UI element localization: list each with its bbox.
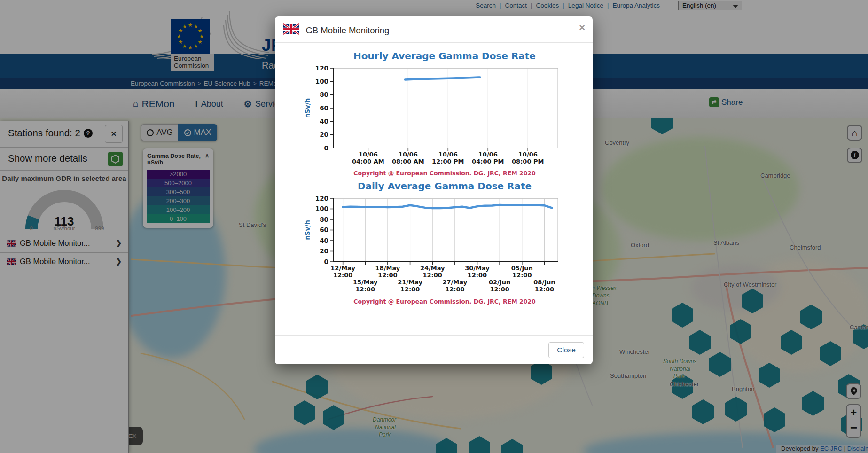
chart-block: Hourly Average Gamma Dose Rate10/0604:00… [275,50,593,177]
uk-flag-icon [283,23,299,35]
svg-text:20: 20 [320,247,328,255]
svg-text:08:00 PM: 08:00 PM [512,158,544,165]
svg-text:12:00: 12:00 [512,272,532,279]
chart-plot: 10/0604:00 AM10/0608:00 AM10/0612:00 PM1… [302,63,565,170]
chart-block: Daily Average Gamma Dose Rate12/May12:00… [275,180,593,305]
svg-text:12:00: 12:00 [445,286,464,293]
svg-text:0: 0 [324,258,328,266]
svg-text:100: 100 [315,205,328,212]
svg-text:12:00: 12:00 [400,286,420,293]
svg-text:nSv/h: nSv/h [304,98,311,118]
svg-text:04:00 PM: 04:00 PM [472,158,504,165]
svg-text:24/May: 24/May [420,265,445,272]
svg-text:80: 80 [320,91,328,98]
svg-text:05/Jun: 05/Jun [511,265,533,272]
svg-text:21/May: 21/May [398,279,422,286]
svg-text:10/06: 10/06 [359,151,378,158]
svg-text:30/May: 30/May [465,265,490,272]
svg-text:80: 80 [320,216,328,223]
svg-text:40: 40 [320,237,328,244]
svg-text:18/May: 18/May [375,265,400,272]
svg-text:08/Jun: 08/Jun [533,279,555,286]
svg-text:12:00: 12:00 [490,286,509,293]
svg-text:08:00 AM: 08:00 AM [392,158,424,165]
svg-text:10/06: 10/06 [518,151,538,158]
modal-body: Hourly Average Gamma Dose Rate10/0604:00… [275,43,593,305]
chart-copyright: Copyright @ European Commission. DG. JRC… [275,170,593,177]
svg-text:10/06: 10/06 [399,151,418,158]
svg-text:12:00 PM: 12:00 PM [432,158,464,165]
svg-text:12:00: 12:00 [356,286,375,293]
chart-copyright: Copyright @ European Commission. DG. JRC… [275,298,593,305]
modal-header: GB Mobile Monitoring × [275,16,593,43]
close-button[interactable]: Close [548,342,584,358]
svg-text:60: 60 [320,226,328,234]
svg-text:10/06: 10/06 [438,151,458,158]
svg-text:27/May: 27/May [443,279,468,286]
data-series-line [405,77,480,79]
svg-text:12/May: 12/May [330,265,355,272]
svg-text:04:00 AM: 04:00 AM [352,158,384,165]
chart-title: Daily Average Gamma Dose Rate [275,180,593,192]
svg-text:12:00: 12:00 [423,272,442,279]
svg-text:40: 40 [320,117,328,125]
modal-close-icon[interactable]: × [579,22,585,34]
svg-text:nSv/h: nSv/h [304,220,311,240]
svg-text:02/Jun: 02/Jun [489,279,510,286]
svg-text:120: 120 [315,64,328,72]
svg-text:20: 20 [320,131,328,138]
svg-text:12:00: 12:00 [468,272,487,279]
svg-text:12:00: 12:00 [378,272,397,279]
svg-text:10/06: 10/06 [478,151,498,158]
svg-text:15/May: 15/May [353,279,378,286]
svg-text:120: 120 [315,195,328,202]
svg-text:0: 0 [324,144,328,152]
modal-footer: Close [275,335,593,364]
svg-text:100: 100 [315,78,328,85]
svg-text:60: 60 [320,104,328,112]
data-series-line [343,205,552,208]
chart-title: Hourly Average Gamma Dose Rate [275,50,593,62]
svg-text:12:00: 12:00 [333,272,352,279]
svg-text:12:00: 12:00 [535,286,554,293]
station-detail-modal: GB Mobile Monitoring × Hourly Average Ga… [275,16,593,364]
chart-plot: 12/May12:0015/May12:0018/May12:0021/May1… [302,194,565,298]
modal-title: GB Mobile Monitoring [305,25,389,36]
